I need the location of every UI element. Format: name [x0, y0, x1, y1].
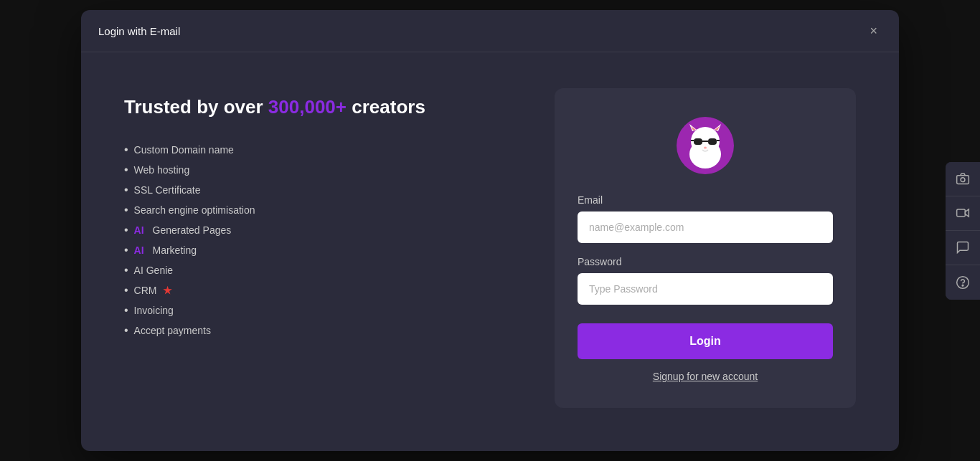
- tagline: Trusted by over 300,000+ creators: [124, 95, 512, 120]
- login-modal: Login with E-mail × Trusted by over 300,…: [81, 10, 899, 451]
- close-button[interactable]: ×: [865, 23, 882, 39]
- right-panel: Email Password Login Signup for new acco…: [555, 88, 856, 408]
- signup-link[interactable]: Signup for new account: [653, 371, 758, 382]
- list-item: Invoicing: [124, 300, 512, 320]
- video-button[interactable]: [946, 196, 980, 231]
- video-icon: [956, 206, 970, 220]
- avatar: [677, 117, 734, 174]
- list-item: Search engine optimisation: [124, 200, 512, 220]
- list-item: AI Marketing: [124, 240, 512, 260]
- list-item: AI Genie: [124, 260, 512, 280]
- help-button[interactable]: [946, 265, 980, 300]
- svg-rect-7: [708, 138, 717, 145]
- camera-button[interactable]: [946, 162, 980, 196]
- list-item: Accept payments: [124, 320, 512, 341]
- email-input[interactable]: [578, 212, 833, 243]
- email-label: Email: [578, 194, 833, 206]
- svg-rect-12: [957, 176, 969, 184]
- list-item: Web hosting: [124, 160, 512, 180]
- camera-icon: [956, 171, 970, 186]
- tagline-before: Trusted by over: [124, 96, 268, 118]
- left-panel: Trusted by over 300,000+ creators Custom…: [124, 88, 512, 341]
- modal-overlay: Login with E-mail × Trusted by over 300,…: [0, 0, 980, 461]
- login-button[interactable]: Login: [578, 323, 833, 359]
- list-item: SSL Certificate: [124, 180, 512, 200]
- right-sidebar: [946, 162, 980, 300]
- tagline-highlight: 300,000+: [268, 96, 347, 118]
- email-group: Email: [578, 194, 833, 243]
- modal-header: Login with E-mail ×: [81, 10, 899, 52]
- password-input[interactable]: [578, 273, 833, 305]
- chat-icon: [956, 240, 970, 255]
- svg-point-15: [957, 276, 969, 288]
- list-item: Custom Domain name: [124, 140, 512, 160]
- password-label: Password: [578, 256, 833, 267]
- tagline-after: creators: [347, 96, 425, 118]
- svg-rect-6: [694, 138, 702, 145]
- modal-title: Login with E-mail: [98, 25, 180, 37]
- svg-point-16: [962, 285, 963, 286]
- feature-list: Custom Domain name Web hosting SSL Certi…: [124, 140, 512, 341]
- svg-rect-14: [957, 209, 966, 217]
- help-icon: [956, 275, 970, 290]
- modal-body: Trusted by over 300,000+ creators Custom…: [81, 52, 899, 451]
- password-group: Password: [578, 256, 833, 305]
- chat-button[interactable]: [946, 231, 980, 265]
- list-item: AI Generated Pages: [124, 220, 512, 240]
- svg-point-13: [961, 178, 965, 182]
- list-item: CRM★: [124, 280, 512, 300]
- svg-point-11: [704, 147, 707, 149]
